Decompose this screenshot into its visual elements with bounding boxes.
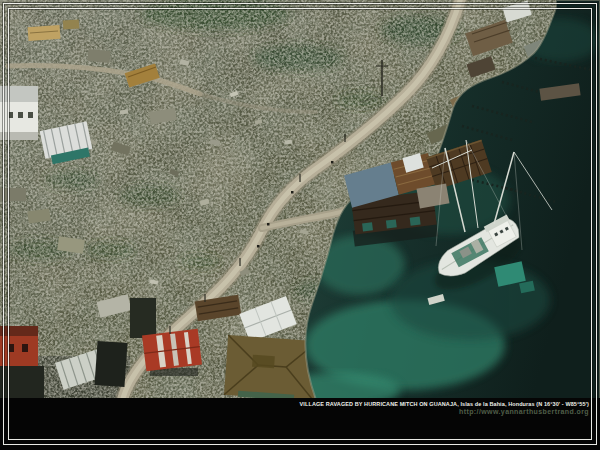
olive-hip-roof-house [224, 335, 318, 400]
caption-bar: VILLAGE RAVAGED BY HURRICANE MITCH ON GU… [0, 398, 600, 450]
wallpaper: VILLAGE RAVAGED BY HURRICANE MITCH ON GU… [0, 0, 600, 450]
red-roof-house [142, 329, 202, 376]
aerial-photo [0, 0, 600, 400]
red-shack [0, 326, 38, 366]
white-building [0, 86, 38, 140]
caption-title: VILLAGE RAVAGED BY HURRICANE MITCH ON GU… [300, 401, 589, 407]
caption-credit-url: http://www.yannarthusbertrand.org [459, 408, 589, 415]
